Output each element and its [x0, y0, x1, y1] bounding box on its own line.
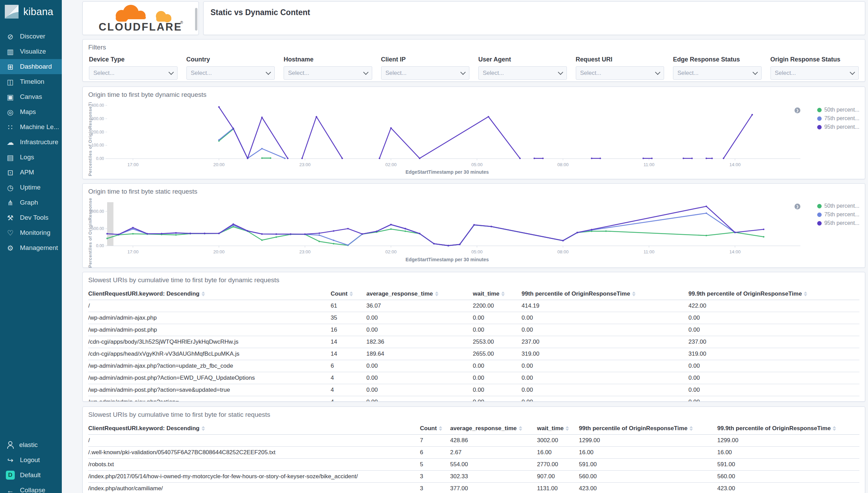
column-header[interactable]: wait_time — [537, 423, 579, 435]
legend-item-75th[interactable]: 75th percent... — [817, 115, 859, 122]
client-ip-select[interactable]: Select... — [381, 66, 470, 80]
column-header[interactable]: Count — [420, 423, 450, 435]
data-point — [404, 230, 406, 232]
chevron-down-icon — [460, 69, 466, 75]
filters-panel-title: Filters — [83, 39, 865, 51]
legend-item-50th[interactable]: 50th percent... — [817, 203, 859, 209]
table-cell: /wp-admin/admin-post.php?action=save&upd… — [88, 384, 331, 396]
sidebar-item-discover[interactable]: ⊘Discover — [0, 29, 62, 44]
column-header[interactable]: average_response_time — [450, 423, 537, 435]
sidebar-item-dev-tools[interactable]: ⚒Dev Tools — [0, 210, 62, 225]
legend-toggle-icon[interactable]: ❯ — [795, 107, 800, 113]
apm-icon: ⊡ — [6, 169, 15, 176]
data-point — [459, 244, 461, 245]
sidebar-item-dashboard[interactable]: ⊞Dashboard — [0, 59, 62, 74]
filter-label: Country — [186, 56, 275, 63]
legend-item-95th[interactable]: 95th percent... — [817, 220, 859, 226]
sidebar-item-elastic[interactable]: elastic — [0, 437, 62, 452]
table-cell: 3002.00 — [537, 435, 579, 447]
origin-response-status-select[interactable]: Select... — [770, 66, 859, 80]
sidebar-item-visualize[interactable]: ▥Visualize — [0, 44, 62, 59]
data-point — [333, 243, 334, 245]
data-point — [591, 229, 593, 231]
hostname-select[interactable]: Select... — [284, 66, 372, 80]
sidebar-item-default-space[interactable]: DDefault — [0, 468, 62, 483]
table-cell: 560.00 — [579, 471, 717, 483]
filter-country: CountrySelect... — [186, 56, 275, 80]
sort-carets-icon — [435, 291, 438, 296]
legend-dot-icon — [817, 116, 822, 121]
column-header[interactable]: wait_time — [473, 288, 522, 300]
column-header[interactable]: 99th percentile of OriginResponseTime — [579, 423, 717, 435]
table-header-row: ClientRequestURI.keyword: DescendingCoun… — [88, 288, 859, 300]
legend-item-75th[interactable]: 75th percent... — [817, 211, 859, 218]
x-tick-label: 11:00 — [643, 162, 654, 167]
data-point — [419, 233, 421, 234]
column-header-label: wait_time — [473, 290, 499, 297]
sidebar-item-label: Timelion — [20, 78, 44, 85]
sidebar-item-logs[interactable]: ▤Logs — [0, 150, 62, 165]
chevron-down-icon — [850, 69, 855, 75]
data-point — [379, 158, 380, 159]
sidebar-item-machine-learning[interactable]: ∷Machine Le... — [0, 119, 62, 135]
column-header[interactable]: average_response_time — [366, 288, 473, 300]
table-cell: /wp-admin/admin-ajax.php?action=... — [88, 396, 331, 402]
data-point — [204, 233, 206, 234]
x-tick-label: 14:00 — [729, 162, 741, 167]
sidebar-item-timelion[interactable]: ◫Timelion — [0, 74, 62, 89]
sidebar-item-collapse[interactable]: ←Collapse — [0, 483, 62, 493]
table-row: /cdn-cgi/apps/head/xVgyKhR-vV3dAUGhMqfBc… — [88, 348, 859, 360]
column-header[interactable]: 99.9th percentile of OriginResponseTime — [717, 423, 859, 435]
x-tick-label: 23:00 — [299, 162, 311, 167]
table-cell: 61 — [331, 300, 366, 312]
select-placeholder: Select... — [580, 70, 601, 77]
sidebar-item-uptime[interactable]: ◷Uptime — [0, 180, 62, 195]
table-cell: 554.00 — [450, 459, 537, 471]
sidebar-item-graph[interactable]: ⋔Graph — [0, 195, 62, 210]
legend-item-95th[interactable]: 95th percent... — [817, 124, 859, 130]
sidebar-item-maps[interactable]: ◎Maps — [0, 104, 62, 119]
table-row: /wp-admin/admin-post.php?Action=EWD_UFAQ… — [88, 372, 859, 384]
table-cell: 36.07 — [366, 300, 473, 312]
legend-item-50th[interactable]: 50th percent... — [817, 107, 859, 113]
edge-response-status-select[interactable]: Select... — [673, 66, 762, 80]
sidebar-item-label: Management — [20, 244, 58, 252]
column-header-label: ClientRequestURI.keyword: Descending — [88, 425, 199, 432]
sidebar-item-apm[interactable]: ⊡APM — [0, 165, 62, 180]
column-header[interactable]: 99.9th percentile of OriginResponseTime — [688, 288, 859, 300]
column-header[interactable]: 99th percentile of OriginResponseTime — [522, 288, 688, 300]
sidebar-item-label: Graph — [20, 199, 38, 206]
data-point — [576, 232, 578, 233]
sidebar-item-management[interactable]: ⚙Management — [0, 240, 62, 255]
data-point — [642, 158, 644, 159]
column-header[interactable]: ClientRequestURI.keyword: Descending — [88, 423, 420, 435]
sidebar-item-monitoring[interactable]: ♡Monitoring — [0, 225, 62, 240]
logo-panel-scrollbar[interactable] — [195, 8, 197, 31]
data-point — [333, 240, 334, 241]
table-row: /wp-admin/admin-ajax.php?action=update_z… — [88, 360, 859, 372]
legend-toggle-icon[interactable]: ❯ — [795, 204, 800, 209]
request-uri-select[interactable]: Select... — [576, 66, 664, 80]
data-table: ClientRequestURI.keyword: DescendingCoun… — [88, 288, 859, 402]
sidebar-item-infrastructure[interactable]: ☁Infrastructure — [0, 135, 62, 150]
country-select[interactable]: Select... — [186, 66, 275, 80]
legend-label: 75th percent... — [824, 211, 859, 218]
data-point — [347, 244, 349, 246]
data-point — [763, 236, 765, 238]
sidebar-item-canvas[interactable]: ▣Canvas — [0, 89, 62, 104]
device-type-select[interactable]: Select... — [89, 66, 178, 80]
table-cell: 560.00 — [717, 471, 859, 483]
y-tick-label: 0.00 — [96, 243, 104, 248]
sidebar-item-logout[interactable]: ↪Logout — [0, 452, 62, 468]
chevron-down-icon — [363, 69, 368, 75]
data-point — [261, 239, 263, 241]
column-header[interactable]: ClientRequestURI.keyword: Descending — [88, 288, 331, 300]
column-header[interactable]: Count — [331, 288, 366, 300]
partial-bucket-band — [107, 202, 113, 246]
sort-carets-icon — [501, 291, 505, 296]
sort-carets-icon — [689, 426, 693, 431]
sidebar-item-label: Canvas — [20, 93, 42, 101]
data-point — [491, 226, 492, 228]
data-point — [691, 158, 693, 159]
user-agent-select[interactable]: Select... — [478, 66, 567, 80]
